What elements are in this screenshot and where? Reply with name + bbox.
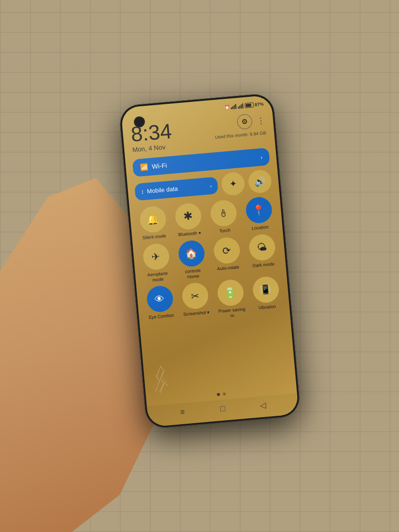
bluetooth-icon: ✱ [183,210,193,223]
aeroplane-icon: ✈ [151,250,160,263]
torch-label: Torch [219,228,230,234]
nav-menu-icon[interactable]: ≡ [174,407,190,418]
eye-comfort-label: Eye Comfort [148,313,174,320]
home-icon: 🏠 [184,247,198,260]
controls-home-label: controlsHome [184,267,201,279]
battery-percentage: 87% [254,101,264,107]
dark-mode-label: Dark mode [252,262,275,269]
location-label: Location [251,224,269,231]
alarm-icon: ⏰ [224,105,229,110]
rotate-icon: ⟳ [222,244,231,257]
mobile-data-label: Mobile data [146,185,178,195]
power-saving-icon: 🔋 [223,286,237,299]
bluetooth-tile[interactable]: ✱ Bluetooth ▾ [171,202,205,238]
volume-button[interactable]: 🔊 [247,169,272,194]
signal-icon [230,104,236,109]
eye-comfort-tile[interactable]: 👁 Eye Comfort [143,285,177,326]
data-usage-text: Used this month: 9.94 GB [214,130,266,140]
wifi-arrow: › [260,154,263,160]
aeroplane-label: Aeroplane mode [142,270,173,283]
more-options-icon[interactable]: ⋮ [257,115,266,125]
eye-icon: 👁 [154,293,165,305]
phone-screen: ⏰ [120,95,299,427]
torch-icon: 🕯 [218,207,229,220]
screenshot-icon: ✂ [190,290,199,302]
screenshot-circle: ✂ [181,282,209,310]
nav-back-icon[interactable]: ◁ [255,400,271,411]
volume-icon: 🔊 [254,176,266,188]
header-icons: ⚙ ⋮ [236,112,265,130]
scene: ⏰ [0,0,399,532]
battery-icon [244,102,254,108]
vibration-circle: 📳 [251,276,279,304]
auto-rotate-label: Auto-rotate [217,265,239,272]
wifi-icon: 📶 [139,163,148,171]
battery-indicator: 87% [244,101,264,108]
screenshot-tile[interactable]: ✂ Screenshot ▾ [178,282,212,323]
silent-mode-circle: 🔔 [138,205,166,233]
eye-comfort-circle: 👁 [145,285,173,313]
controls-home-circle: 🏠 [177,240,205,267]
mobile-data-button[interactable]: ↕ Mobile data › [134,177,218,201]
screenshot-label: Screenshot ▾ [183,310,210,317]
header-right: ⚙ ⋮ Used this month: 9.94 GB [213,112,266,140]
silent-mode-label: Silent mode [142,233,166,241]
settings-icon[interactable]: ⚙ [236,114,253,130]
wifi-label: Wi-Fi [151,162,167,171]
torch-tile[interactable]: 🕯 Torch [207,199,240,235]
nav-home-icon[interactable]: □ [215,403,231,415]
tiles-grid-row3: 👁 Eye Comfort ✂ Screenshot ▾ [143,275,283,326]
power-saving-label: Power saving m [216,306,248,320]
dot-1 [217,393,220,396]
brightness-icon: ✦ [229,178,237,190]
mobile-data-arrow: › [210,183,212,189]
auto-rotate-tile[interactable]: ⟳ Auto-rotate [210,236,244,277]
gear-icon: ⚙ [241,117,248,126]
torch-circle: 🕯 [209,199,237,227]
tiles-grid-row1: 🔔 Silent mode ✱ Bluetooth ▾ [136,196,276,241]
auto-rotate-circle: ⟳ [212,237,240,265]
dark-mode-circle: 🌤 [248,233,276,261]
location-tile[interactable]: 📍 Location [242,196,276,232]
dot-2 [223,392,226,396]
phone-device: ⏰ [118,93,301,430]
vibration-icon: 📳 [260,284,272,296]
mobile-data-icon: ↕ [140,188,144,195]
controls-area: 📶 Wi-Fi › ↕ Mobile data › ✦ [125,143,296,395]
dark-mode-tile[interactable]: 🌤 Dark mode [245,233,279,274]
brightness-button[interactable]: ✦ [220,171,245,196]
aeroplane-circle: ✈ [142,243,170,270]
power-saving-circle: 🔋 [216,279,244,307]
vibration-tile[interactable]: 📳 Vibration [249,275,283,317]
location-icon: 📍 [252,204,265,217]
location-circle: 📍 [244,196,272,224]
tiles-grid-row2: ✈ Aeroplane mode 🏠 controlsHome [139,233,279,283]
controls-home-tile[interactable]: 🏠 controlsHome [175,239,209,280]
bell-icon: 🔔 [146,213,159,226]
silent-mode-tile[interactable]: 🔔 Silent mode [136,205,170,241]
phone-wrapper: ⏰ [118,93,301,430]
power-saving-tile[interactable]: 🔋 Power saving m [214,278,248,320]
bluetooth-circle: ✱ [174,202,202,230]
aeroplane-tile[interactable]: ✈ Aeroplane mode [139,243,173,284]
signal-icon-2 [237,103,243,109]
dark-mode-icon: 🌤 [256,241,267,254]
vibration-label: Vibration [258,304,276,311]
bluetooth-label: Bluetooth ▾ [178,230,201,238]
